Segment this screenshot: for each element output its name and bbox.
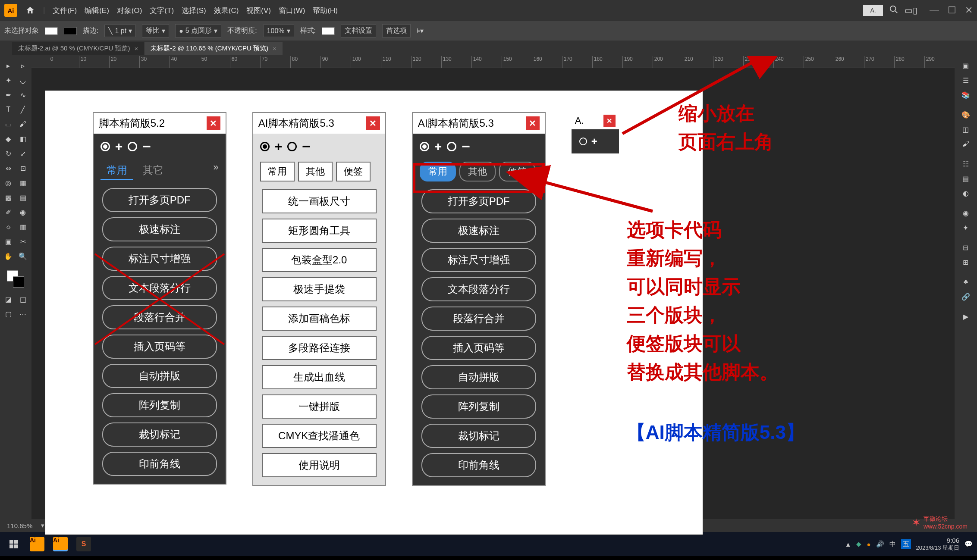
pathfinder-panel-icon[interactable]: ⊞: [959, 256, 972, 269]
magic-wand-tool[interactable]: ✦: [2, 74, 15, 87]
gradient-tool[interactable]: ▤: [16, 191, 29, 204]
style-label: 样式:: [300, 26, 316, 35]
links-panel-icon[interactable]: 🔗: [959, 290, 972, 303]
symbols-panel-icon[interactable]: ♣: [959, 275, 972, 288]
brush-tool[interactable]: 🖌: [16, 118, 29, 131]
stroke-weight-input[interactable]: ╲1 pt▾: [104, 25, 136, 37]
taskbar-ai-1[interactable]: Ai: [28, 535, 47, 554]
align-icon[interactable]: ⊧▾: [417, 27, 424, 35]
align-panel-icon[interactable]: ⊟: [959, 241, 972, 254]
menu-select[interactable]: 选择(S): [182, 6, 206, 16]
taskbar-ai-2[interactable]: Ai: [51, 535, 70, 554]
shape-builder-tool[interactable]: ◎: [2, 176, 15, 189]
brushes-panel-icon[interactable]: 🖌: [959, 138, 972, 150]
taskbar-app-3[interactable]: S: [74, 535, 93, 554]
style-swatch[interactable]: [322, 27, 335, 35]
menu-window[interactable]: 窗口(W): [279, 6, 305, 16]
type-tool[interactable]: T: [2, 103, 15, 116]
tray-volume-icon[interactable]: 🔊: [876, 540, 884, 548]
clock-time[interactable]: 9:06: [916, 537, 959, 544]
minimize-icon[interactable]: —: [930, 5, 939, 16]
screen-mode[interactable]: ▢: [2, 307, 15, 320]
scale-tool[interactable]: ⤢: [16, 147, 29, 160]
doc-tab-2[interactable]: 未标题-2 @ 110.65 % (CMYK/CPU 预览)×: [145, 42, 283, 55]
direct-selection-tool[interactable]: ▹: [16, 59, 29, 72]
close-icon[interactable]: ✕: [965, 5, 973, 16]
properties-panel-icon[interactable]: ▣: [959, 59, 972, 72]
symbol-sprayer-tool[interactable]: ☼: [2, 220, 15, 233]
line-tool[interactable]: ╱: [16, 103, 29, 116]
opacity-input[interactable]: 100%▾: [263, 25, 294, 37]
shaper-tool[interactable]: ◆: [2, 132, 15, 145]
svg-rect-4: [14, 540, 18, 544]
doc-setup-button[interactable]: 文档设置: [341, 24, 376, 38]
swatches-panel-icon[interactable]: ◫: [959, 123, 972, 136]
slice-tool[interactable]: ✂: [16, 235, 29, 248]
gradient-panel-icon[interactable]: ▤: [959, 172, 972, 185]
fill-swatch[interactable]: [45, 27, 58, 35]
color-mode[interactable]: ◪: [2, 293, 15, 306]
search-icon[interactable]: [889, 5, 898, 16]
notifications-icon[interactable]: 💬: [964, 540, 973, 548]
maximize-icon[interactable]: ☐: [948, 5, 956, 16]
menu-effect[interactable]: 效果(C): [214, 6, 239, 16]
blend-tool[interactable]: ◉: [16, 206, 29, 219]
tray-icon[interactable]: ●: [867, 541, 870, 548]
mini-panel-A[interactable]: A.: [863, 5, 883, 16]
zoom-level[interactable]: 110.65%: [7, 522, 32, 529]
transparency-panel-icon[interactable]: ◐: [959, 187, 972, 200]
graphic-styles-panel-icon[interactable]: ✦: [959, 221, 972, 234]
perspective-tool[interactable]: ▦: [16, 176, 29, 189]
appearance-panel-icon[interactable]: ◉: [959, 206, 972, 219]
annotation-text-top: 缩小放在 页面右上角: [679, 99, 773, 156]
rectangle-tool[interactable]: ▭: [2, 118, 15, 131]
rotate-tool[interactable]: ↻: [2, 147, 15, 160]
menu-help[interactable]: 帮助(H): [313, 6, 338, 16]
stroke-swatch[interactable]: [64, 27, 77, 35]
menu-type[interactable]: 文字(T): [150, 6, 174, 16]
menu-object[interactable]: 对象(O): [117, 6, 142, 16]
watermark: ✶ 军徽论坛 www.52cnp.com: [911, 515, 968, 530]
color-panel-icon[interactable]: 🎨: [959, 108, 972, 121]
tray-icon[interactable]: ◆: [856, 540, 861, 548]
clock-date: 2023/8/13 星期日: [916, 544, 959, 551]
canvas-area[interactable]: 0102030405060708090100110120130140150160…: [31, 56, 955, 519]
eyedropper-tool[interactable]: ✐: [2, 206, 15, 219]
free-transform-tool[interactable]: ⊡: [16, 162, 29, 175]
hand-tool[interactable]: ✋: [2, 250, 15, 263]
uniform-dropdown[interactable]: 等比▾: [142, 24, 169, 38]
fill-stroke-swap[interactable]: [7, 270, 24, 288]
edit-toolbar[interactable]: ⋯: [16, 307, 29, 320]
graph-tool[interactable]: ▥: [16, 220, 29, 233]
width-tool[interactable]: ⇔: [2, 162, 15, 175]
menu-file[interactable]: 文件(F): [53, 6, 77, 16]
menu-view[interactable]: 视图(V): [246, 6, 271, 16]
draw-mode[interactable]: ◫: [16, 293, 29, 306]
artboard-tool[interactable]: ▣: [2, 235, 15, 248]
tray-icon[interactable]: ▲: [845, 541, 851, 548]
zoom-tool[interactable]: 🔍: [16, 250, 29, 263]
stroke-panel-icon[interactable]: ☷: [959, 157, 972, 170]
selection-tool[interactable]: ▸: [2, 59, 15, 72]
doc-tab-1[interactable]: 未标题-2.ai @ 50 % (CMYK/CPU 预览)×: [12, 42, 144, 55]
actions-panel-icon[interactable]: ▶: [959, 310, 972, 323]
lasso-tool[interactable]: ◡: [16, 74, 29, 87]
app-menu-bar: Ai | 文件(F) 编辑(E) 对象(O) 文字(T) 选择(S) 效果(C)…: [0, 0, 977, 21]
home-icon[interactable]: [25, 5, 35, 16]
brush-dropdown[interactable]: ●5 点圆形▾: [175, 24, 221, 38]
menu-edit[interactable]: 编辑(E): [85, 6, 109, 16]
tray-ime-icon[interactable]: 五: [901, 539, 911, 549]
libraries-panel-icon[interactable]: 📚: [959, 88, 972, 101]
mesh-tool[interactable]: ▩: [2, 191, 15, 204]
eraser-tool[interactable]: ◧: [16, 132, 29, 145]
start-button[interactable]: [4, 535, 23, 554]
close-icon[interactable]: ×: [134, 45, 138, 52]
pen-tool[interactable]: ✒: [2, 88, 15, 101]
tray-ime-icon[interactable]: 中: [889, 540, 896, 548]
close-icon[interactable]: ×: [273, 45, 276, 52]
curvature-tool[interactable]: ∿: [16, 88, 29, 101]
svg-line-2: [540, 181, 653, 211]
layers-panel-icon[interactable]: ☰: [959, 74, 972, 87]
prefs-button[interactable]: 首选项: [382, 24, 411, 38]
arrange-icon[interactable]: ▭▯: [905, 5, 917, 16]
